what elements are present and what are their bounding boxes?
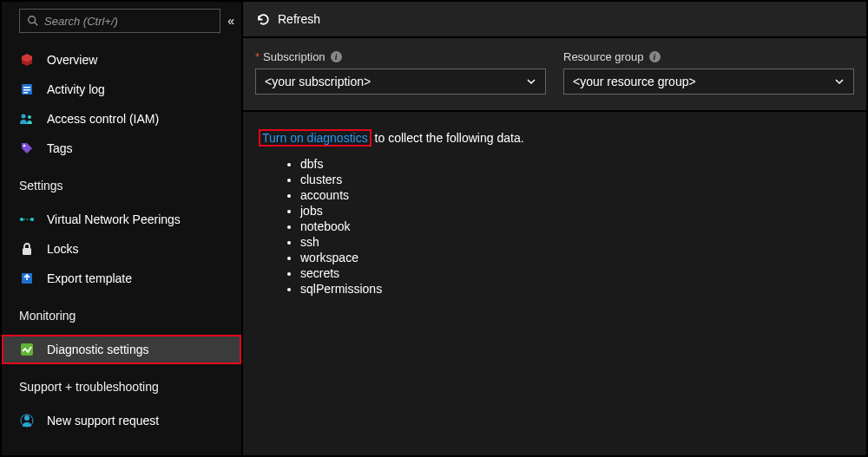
collapse-sidebar-button[interactable]: « xyxy=(227,14,234,28)
info-icon[interactable]: i xyxy=(649,51,661,62)
resource-group-value: <your resource group> xyxy=(573,75,696,88)
svg-rect-5 xyxy=(23,92,28,94)
svg-rect-12 xyxy=(23,248,31,255)
nav-tags[interactable]: Tags xyxy=(2,134,241,163)
log-icon xyxy=(19,82,35,97)
svg-point-10 xyxy=(30,218,34,221)
list-item: sqlPermissions xyxy=(300,282,851,296)
diagnostic-categories-list: dbfsclustersaccountsjobsnotebooksshworks… xyxy=(300,157,851,296)
export-icon xyxy=(19,271,35,286)
nav-label: Export template xyxy=(47,271,132,285)
chevron-down-icon xyxy=(526,76,536,87)
nav-activity-log[interactable]: Activity log xyxy=(2,75,241,104)
diagnostics-prompt: Turn on diagnostics to collect the follo… xyxy=(259,131,851,145)
svg-point-15 xyxy=(24,415,30,421)
section-heading-monitoring: Monitoring xyxy=(2,298,241,330)
info-icon[interactable]: i xyxy=(331,51,342,62)
resource-group-label: Resource group i xyxy=(563,50,854,63)
svg-line-1 xyxy=(35,23,38,26)
refresh-icon xyxy=(255,11,271,27)
nav-access-control[interactable]: Access control (IAM) xyxy=(2,104,241,134)
svg-point-6 xyxy=(22,114,26,119)
search-icon xyxy=(27,15,39,27)
svg-point-7 xyxy=(28,115,31,119)
nav-export-template[interactable]: Export template xyxy=(2,264,241,293)
list-item: accounts xyxy=(300,188,851,202)
nav-label: Tags xyxy=(47,141,73,155)
content: Turn on diagnostics to collect the follo… xyxy=(243,112,866,455)
filters-bar: * Subscription i <your subscription> Res… xyxy=(243,38,866,112)
list-item: dbfs xyxy=(300,157,851,171)
support-icon xyxy=(19,413,35,428)
refresh-label: Refresh xyxy=(278,12,320,26)
svg-point-9 xyxy=(20,218,23,221)
svg-rect-3 xyxy=(23,87,30,88)
toolbar: Refresh xyxy=(243,2,866,38)
nav-locks[interactable]: Locks xyxy=(2,234,241,264)
nav-label: Activity log xyxy=(47,82,105,96)
search-placeholder: Search (Ctrl+/) xyxy=(44,15,118,28)
svg-rect-4 xyxy=(23,89,30,91)
nav-overview[interactable]: Overview xyxy=(2,45,241,75)
list-item: clusters xyxy=(300,173,851,186)
refresh-button[interactable]: Refresh xyxy=(255,11,320,27)
nav-vnet-peerings[interactable]: Virtual Network Peerings xyxy=(2,205,241,234)
nav-label: New support request xyxy=(47,414,159,428)
diagnostic-icon xyxy=(19,342,35,357)
subscription-dropdown[interactable]: <your subscription> xyxy=(255,69,546,95)
turn-on-diagnostics-link[interactable]: Turn on diagnostics xyxy=(259,129,372,147)
search-input[interactable]: Search (Ctrl+/) xyxy=(19,9,220,33)
svg-point-8 xyxy=(23,145,26,147)
svg-point-0 xyxy=(29,16,36,23)
nav-label: Diagnostic settings xyxy=(47,343,149,356)
subscription-label: * Subscription i xyxy=(255,50,546,63)
cube-icon xyxy=(19,52,35,68)
nav-new-support-request[interactable]: New support request xyxy=(2,406,241,435)
subscription-value: <your subscription> xyxy=(265,75,371,88)
nav-label: Locks xyxy=(47,242,79,256)
network-icon xyxy=(19,212,35,227)
list-item: ssh xyxy=(300,235,851,249)
chevron-down-icon xyxy=(834,76,845,87)
required-marker: * xyxy=(255,50,260,63)
nav-diagnostic-settings[interactable]: Diagnostic settings xyxy=(2,335,241,364)
list-item: jobs xyxy=(300,204,851,218)
nav-label: Overview xyxy=(47,53,97,67)
resource-group-dropdown[interactable]: <your resource group> xyxy=(563,69,854,95)
nav-label: Virtual Network Peerings xyxy=(47,212,181,226)
list-item: notebook xyxy=(300,219,851,233)
list-item: workspace xyxy=(300,251,851,264)
sidebar: Search (Ctrl+/) « Overview Activity log xyxy=(2,2,241,455)
people-icon xyxy=(19,111,35,127)
tag-icon xyxy=(19,140,35,156)
lock-icon xyxy=(19,241,35,257)
list-item: secrets xyxy=(300,266,851,280)
section-heading-settings: Settings xyxy=(2,168,241,199)
prompt-rest: to collect the following data. xyxy=(372,131,524,145)
main-pane: Refresh * Subscription i <your subscript… xyxy=(241,2,866,455)
svg-rect-14 xyxy=(21,343,33,356)
section-heading-support: Support + troubleshooting xyxy=(2,369,241,401)
nav-label: Access control (IAM) xyxy=(47,112,159,126)
